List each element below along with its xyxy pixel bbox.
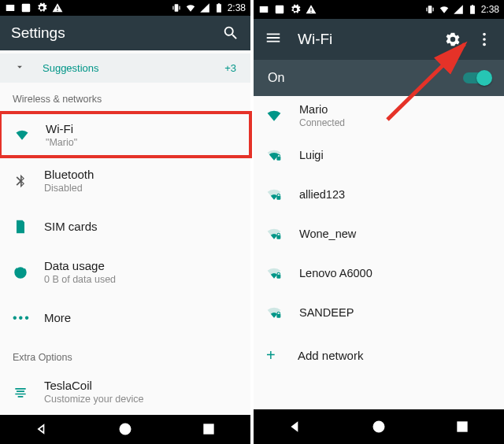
signal-icon — [453, 4, 464, 15]
home-button[interactable] — [371, 419, 387, 435]
status-bar: 2:38 — [0, 0, 250, 16]
wifi-status-icon — [439, 4, 450, 15]
gear-icon — [290, 4, 301, 15]
svg-rect-8 — [260, 6, 269, 13]
wifi-row[interactable]: Wi-Fi "Mario" — [0, 111, 252, 158]
svg-rect-1 — [22, 4, 31, 13]
add-network-row[interactable]: + Add network — [254, 332, 504, 378]
data-icon — [13, 265, 28, 280]
nav-bar — [254, 409, 504, 444]
network-row[interactable]: Lenovo A6000 — [254, 253, 504, 293]
svg-point-13 — [483, 33, 486, 36]
svg-rect-10 — [428, 6, 432, 13]
back-button[interactable] — [34, 421, 50, 437]
search-icon[interactable] — [222, 24, 239, 42]
image-icon — [20, 2, 32, 13]
more-row[interactable]: ••• More — [0, 295, 250, 341]
wifi-screen: 2:38 Wi-Fi On Mario Connected Luigi alli… — [254, 0, 504, 444]
svg-rect-17 — [276, 196, 280, 200]
network-row[interactable]: SANDEEP — [254, 293, 504, 332]
network-status: Connected — [299, 117, 345, 128]
recent-button[interactable] — [201, 421, 217, 437]
vibrate-icon — [171, 2, 182, 13]
svg-point-5 — [15, 267, 25, 277]
section-extra: Extra Options — [0, 341, 250, 369]
network-list: Mario Connected Luigi allied123 Wone_new… — [254, 96, 504, 332]
wifi-toggle[interactable] — [463, 72, 490, 83]
wifi-toggle-bar: On — [254, 60, 504, 96]
status-bar: 2:38 — [254, 0, 504, 19]
sim-row[interactable]: SIM cards — [0, 204, 250, 250]
svg-rect-3 — [172, 6, 173, 10]
wifi-status-icon — [185, 2, 196, 13]
settings-screen: 2:38 Settings Suggestions +3 Wireless & … — [0, 0, 250, 444]
network-row[interactable]: Wone_new — [254, 214, 504, 253]
warning-icon — [52, 2, 63, 13]
signal-icon — [199, 2, 210, 13]
suggestions-label: Suggestions — [43, 62, 99, 74]
section-wireless: Wireless & networks — [0, 83, 250, 111]
plus-icon: + — [266, 346, 276, 364]
wifi-signal-icon — [266, 305, 299, 320]
svg-rect-20 — [276, 314, 280, 318]
home-button[interactable] — [117, 421, 133, 437]
data-usage-row[interactable]: Data usage 0 B of data used — [0, 250, 250, 295]
svg-rect-19 — [276, 275, 280, 279]
image-icon — [274, 4, 285, 15]
network-name: Mario — [299, 103, 345, 116]
menu-icon[interactable] — [265, 29, 282, 50]
svg-rect-9 — [276, 6, 284, 14]
warning-icon — [306, 4, 317, 15]
wifi-state: On — [268, 71, 284, 85]
more-icon: ••• — [13, 311, 31, 325]
wifi-label: Wi-Fi — [46, 122, 77, 135]
gear-icon[interactable] — [444, 31, 461, 48]
svg-rect-7 — [204, 425, 213, 435]
sim-icon — [13, 219, 28, 235]
svg-point-21 — [373, 421, 384, 431]
network-name: Luigi — [299, 149, 324, 161]
network-row[interactable]: Mario Connected — [254, 96, 504, 135]
svg-rect-11 — [426, 8, 427, 12]
wifi-icon — [14, 127, 30, 142]
recent-button[interactable] — [454, 419, 470, 435]
page-title: Wi-Fi — [298, 31, 332, 48]
battery-icon — [213, 2, 224, 13]
notification-icon — [258, 4, 269, 15]
svg-point-14 — [483, 38, 486, 41]
svg-rect-16 — [276, 157, 280, 161]
battery-icon — [467, 4, 478, 15]
nav-bar — [0, 415, 250, 444]
svg-point-6 — [120, 424, 130, 435]
teslacoil-row[interactable]: TeslaCoil Customize your device — [0, 369, 250, 415]
teslacoil-icon — [13, 384, 28, 400]
network-row[interactable]: Luigi — [254, 135, 504, 175]
clock: 2:38 — [228, 2, 246, 13]
bluetooth-icon — [13, 173, 28, 189]
page-title: Settings — [11, 24, 65, 42]
network-name: Wone_new — [299, 228, 356, 240]
network-name: allied123 — [299, 188, 345, 201]
wifi-signal-icon — [266, 147, 299, 163]
wifi-signal-icon — [266, 226, 299, 242]
bluetooth-row[interactable]: Bluetooth Disabled — [0, 158, 250, 204]
notification-icon — [5, 2, 16, 13]
suggestions-row[interactable]: Suggestions +3 — [0, 54, 250, 83]
network-name: SANDEEP — [299, 306, 354, 319]
app-bar: Settings — [0, 16, 250, 50]
network-row[interactable]: allied123 — [254, 175, 504, 214]
gear-icon — [36, 2, 47, 13]
svg-point-15 — [483, 43, 486, 46]
svg-rect-4 — [179, 6, 180, 10]
svg-rect-2 — [174, 4, 178, 11]
chevron-down-icon — [14, 61, 25, 75]
back-button[interactable] — [287, 419, 303, 435]
svg-rect-22 — [458, 422, 467, 431]
wifi-sub: "Mario" — [46, 137, 77, 148]
app-bar: Wi-Fi — [254, 19, 504, 60]
vibrate-icon — [424, 4, 435, 15]
clock: 2:38 — [481, 4, 499, 15]
suggestions-count: +3 — [224, 62, 236, 74]
overflow-icon[interactable] — [476, 31, 493, 48]
svg-rect-0 — [6, 5, 15, 11]
